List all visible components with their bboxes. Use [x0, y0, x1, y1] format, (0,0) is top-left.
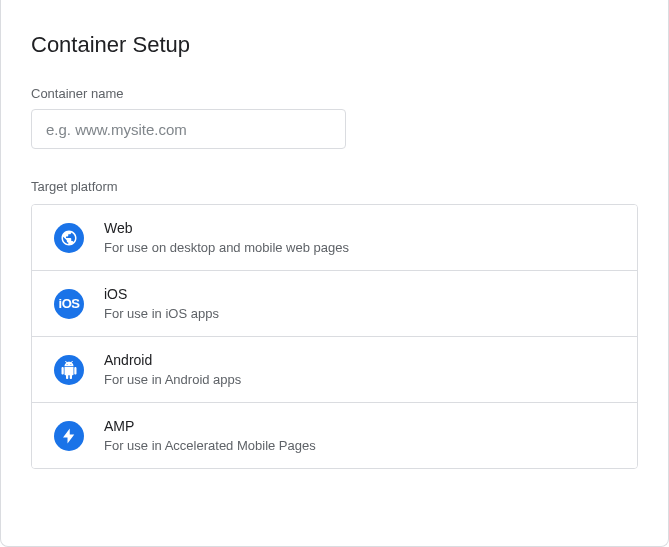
platform-name: iOS	[104, 285, 219, 303]
platform-desc: For use in Accelerated Mobile Pages	[104, 437, 316, 454]
page-title: Container Setup	[31, 32, 638, 58]
platform-option-android[interactable]: Android For use in Android apps	[32, 337, 637, 403]
amp-icon	[54, 421, 84, 451]
container-setup-card: Container Setup Container name Target pl…	[0, 0, 669, 547]
android-icon	[54, 355, 84, 385]
platform-option-amp[interactable]: AMP For use in Accelerated Mobile Pages	[32, 403, 637, 468]
ios-icon: iOS	[54, 289, 84, 319]
globe-icon	[54, 223, 84, 253]
platform-name: AMP	[104, 417, 316, 435]
container-name-label: Container name	[31, 86, 638, 101]
platform-desc: For use in iOS apps	[104, 305, 219, 322]
target-platform-label: Target platform	[31, 179, 638, 194]
target-platform-list: Web For use on desktop and mobile web pa…	[31, 204, 638, 469]
platform-desc: For use in Android apps	[104, 371, 241, 388]
container-name-input[interactable]	[31, 109, 346, 149]
platform-option-ios[interactable]: iOS iOS For use in iOS apps	[32, 271, 637, 337]
platform-name: Web	[104, 219, 349, 237]
platform-name: Android	[104, 351, 241, 369]
platform-option-web[interactable]: Web For use on desktop and mobile web pa…	[32, 205, 637, 271]
platform-desc: For use on desktop and mobile web pages	[104, 239, 349, 256]
